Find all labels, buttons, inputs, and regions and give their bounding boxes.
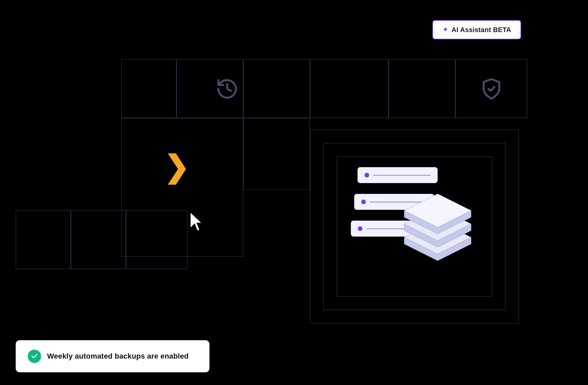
database-illustration xyxy=(351,160,468,274)
grid-box-t4 xyxy=(310,59,389,118)
notification-text: Weekly automated backups are enabled xyxy=(47,352,189,361)
db-dot-1 xyxy=(364,173,369,177)
check-circle-icon xyxy=(28,350,41,363)
sparkle-icon: ✦ xyxy=(442,25,448,34)
iso-layers-svg xyxy=(401,194,474,267)
ai-assistant-button[interactable]: ✦ AI Assistant BETA xyxy=(432,20,521,39)
notification-card: Weekly automated backups are enabled xyxy=(16,340,209,372)
cursor-icon xyxy=(190,212,207,232)
grid-box-mid-center xyxy=(243,118,310,190)
db-dot-3 xyxy=(358,226,362,231)
db-dot-2 xyxy=(361,200,366,204)
grid-box-b1 xyxy=(16,211,71,269)
db-line-1 xyxy=(373,175,431,176)
grid-box-b3 xyxy=(126,211,188,269)
grid-box-b2 xyxy=(71,211,126,269)
chevron-icon: ❯ xyxy=(164,152,189,182)
grid-box-t1 xyxy=(121,59,176,118)
ai-assistant-label: AI Assistant BETA xyxy=(452,26,511,34)
history-icon xyxy=(194,59,261,118)
grid-box-t5 xyxy=(389,59,455,118)
shield-icon xyxy=(455,59,527,118)
